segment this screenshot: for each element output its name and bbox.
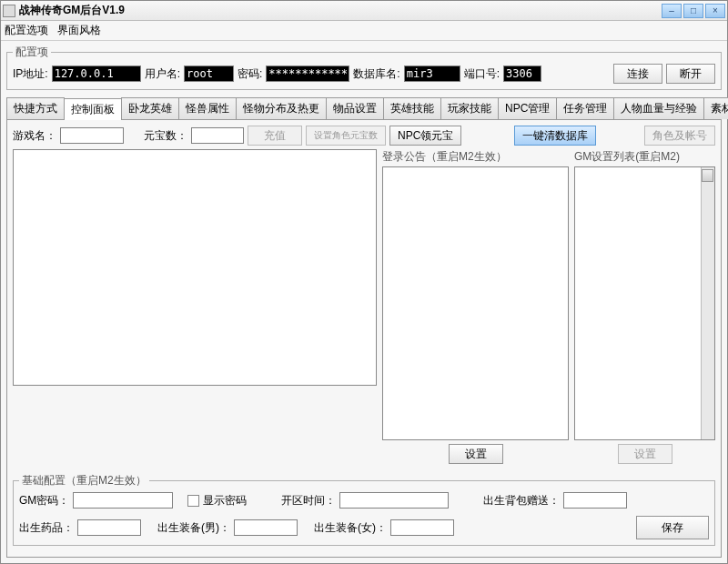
gm-list-legend: GM设置列表(重启M2) — [574, 149, 715, 166]
gold-input[interactable] — [191, 127, 244, 144]
main-text-pane[interactable] — [13, 149, 377, 386]
set-char-gold-button[interactable]: 设置角色元宝数 — [306, 126, 386, 146]
game-label: 游戏名： — [13, 128, 56, 144]
tab-0[interactable]: 快捷方式 — [6, 97, 65, 119]
titlebar: 战神传奇GM后台V1.9 – □ × — [1, 1, 727, 21]
tab-1[interactable]: 控制面板 — [64, 98, 122, 120]
minimize-button[interactable]: – — [662, 4, 682, 18]
db-label: 数据库名: — [353, 66, 399, 82]
config-legend: 配置项 — [13, 45, 51, 60]
gmpass-input[interactable] — [73, 492, 173, 509]
tab-8[interactable]: NPC管理 — [498, 97, 557, 119]
save-button[interactable]: 保存 — [636, 516, 709, 539]
window-title: 战神传奇GM后台V1.9 — [19, 3, 660, 18]
tab-7[interactable]: 玩家技能 — [440, 97, 499, 119]
char-account-button[interactable]: 角色及帐号 — [644, 126, 715, 146]
scrollbar[interactable] — [701, 167, 714, 439]
equipf-label: 出生装备(女)： — [314, 520, 387, 536]
tab-panel-control: 游戏名： 元宝数： 充值 设置角色元宝数 NPC领元宝 一键清数据库 角色及帐号… — [6, 120, 722, 558]
clear-db-button[interactable]: 一键清数据库 — [514, 126, 596, 146]
user-label: 用户名: — [145, 66, 180, 82]
gm-list-textarea[interactable] — [574, 166, 715, 440]
tab-9[interactable]: 任务管理 — [556, 97, 614, 119]
base-row-2: 出生药品： 出生装备(男)： 出生装备(女)： 保存 — [19, 516, 709, 539]
bag-input[interactable] — [563, 492, 627, 509]
disconnect-button[interactable]: 断开 — [666, 64, 715, 84]
port-input[interactable] — [503, 65, 541, 82]
base-config-fieldset: 基础配置（重启M2生效） GM密码： 显示密码 开区时间： 出生背包赠送： 出生… — [13, 473, 715, 546]
login-notice-set-button[interactable]: 设置 — [449, 444, 503, 464]
config-row: IP地址: 用户名: 密码: 数据库名: 端口号: 连接 断开 — [13, 64, 715, 84]
bag-label: 出生背包赠送： — [483, 493, 560, 509]
recharge-button[interactable]: 充值 — [248, 126, 302, 146]
maximize-button[interactable]: □ — [683, 4, 703, 18]
tab-5[interactable]: 物品设置 — [326, 97, 384, 119]
opentime-input[interactable] — [339, 492, 449, 509]
login-notice-textarea[interactable] — [382, 166, 569, 440]
app-window: 战神传奇GM后台V1.9 – □ × 配置选项 界面风格 配置项 IP地址: 用… — [0, 0, 728, 564]
db-input[interactable] — [404, 65, 460, 82]
gm-list-col: GM设置列表(重启M2) 设置 — [574, 149, 715, 464]
base-config-legend: 基础配置（重启M2生效） — [19, 473, 149, 488]
ip-input[interactable] — [52, 65, 141, 82]
med-input[interactable] — [77, 519, 141, 536]
equipm-label: 出生装备(男)： — [157, 520, 230, 536]
tabbar: 快捷方式控制面板卧龙英雄怪兽属性怪物分布及热更物品设置英雄技能玩家技能NPC管理… — [6, 97, 722, 120]
tab-3[interactable]: 怪兽属性 — [178, 97, 237, 119]
connect-button[interactable]: 连接 — [613, 64, 662, 84]
ip-label: IP地址: — [13, 66, 48, 82]
pass-label: 密码: — [238, 66, 262, 82]
pass-input[interactable] — [266, 65, 349, 82]
equipm-input[interactable] — [234, 519, 298, 536]
opentime-label: 开区时间： — [281, 493, 336, 509]
tab-6[interactable]: 英雄技能 — [383, 97, 441, 119]
login-notice-col: 登录公告（重启M2生效） 设置 — [382, 149, 569, 464]
toolbar-row: 游戏名： 元宝数： 充值 设置角色元宝数 NPC领元宝 一键清数据库 角色及帐号 — [13, 126, 715, 146]
tab-2[interactable]: 卧龙英雄 — [121, 97, 179, 119]
showpass-label: 显示密码 — [203, 493, 247, 509]
gold-label: 元宝数： — [144, 128, 187, 144]
menu-theme[interactable]: 界面风格 — [57, 23, 101, 38]
login-notice-legend: 登录公告（重启M2生效） — [382, 149, 569, 166]
close-button[interactable]: × — [705, 4, 725, 18]
scroll-thumb[interactable] — [702, 169, 713, 182]
port-label: 端口号: — [464, 66, 500, 82]
tab-11[interactable]: 素材热更 — [703, 97, 728, 119]
gmpass-label: GM密码： — [19, 493, 69, 509]
tab-10[interactable]: 人物血量与经验 — [613, 97, 704, 119]
base-row-1: GM密码： 显示密码 开区时间： 出生背包赠送： — [19, 492, 709, 509]
app-icon — [3, 5, 15, 17]
gm-list-set-button[interactable]: 设置 — [618, 444, 672, 464]
tab-4[interactable]: 怪物分布及热更 — [236, 97, 327, 119]
npc-gold-button[interactable]: NPC领元宝 — [389, 126, 461, 146]
menubar: 配置选项 界面风格 — [1, 21, 727, 41]
middle-area: 登录公告（重启M2生效） 设置 GM设置列表(重启M2) 设置 — [13, 149, 715, 464]
showpass-checkbox[interactable] — [187, 495, 199, 507]
equipf-input[interactable] — [390, 519, 454, 536]
menu-options[interactable]: 配置选项 — [5, 23, 48, 38]
game-input[interactable] — [60, 127, 124, 144]
config-fieldset: 配置项 IP地址: 用户名: 密码: 数据库名: 端口号: 连接 断开 — [6, 45, 722, 90]
content-area: 配置项 IP地址: 用户名: 密码: 数据库名: 端口号: 连接 断开 快捷方式… — [1, 41, 727, 563]
user-input[interactable] — [184, 65, 234, 82]
med-label: 出生药品： — [19, 520, 74, 536]
